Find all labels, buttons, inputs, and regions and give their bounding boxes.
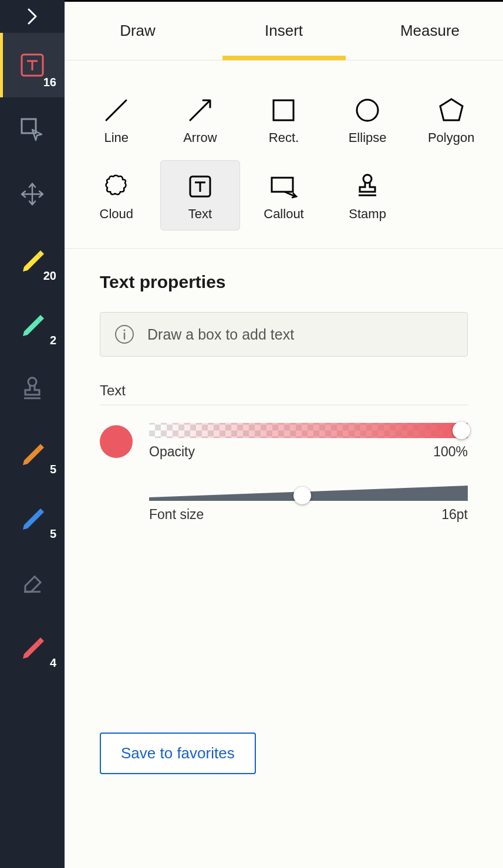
tab-label: Measure — [400, 22, 460, 40]
svg-point-8 — [357, 100, 378, 121]
tool-select[interactable] — [0, 97, 65, 162]
section-label: Text — [100, 382, 468, 405]
svg-point-15 — [123, 329, 125, 331]
opacity-slider[interactable] — [149, 423, 468, 438]
polygon-icon — [437, 96, 466, 125]
arrow-icon — [185, 96, 215, 125]
shape-label: Callout — [264, 206, 303, 222]
pen-icon — [19, 504, 45, 530]
tab-bar: Draw Insert Measure — [65, 2, 503, 60]
fontsize-slider[interactable] — [149, 483, 468, 501]
tool-text[interactable]: 16 — [0, 33, 65, 97]
stamp-icon — [19, 375, 45, 401]
select-icon — [19, 117, 45, 143]
pen-icon — [19, 439, 45, 465]
shape-label: Ellipse — [349, 130, 387, 145]
svg-point-2 — [28, 378, 36, 386]
fontsize-label: Font size — [149, 507, 204, 523]
badge: 16 — [43, 76, 56, 89]
main-panel: Draw Insert Measure Line Arrow Rect. Ell… — [65, 0, 503, 868]
shape-label: Polygon — [428, 130, 475, 145]
tool-pen-red[interactable]: 4 — [0, 613, 65, 678]
svg-line-6 — [190, 101, 209, 120]
eraser-icon — [19, 568, 45, 594]
shape-label: Text — [188, 206, 212, 222]
shape-arrow[interactable]: Arrow — [160, 84, 241, 154]
tab-measure[interactable]: Measure — [357, 2, 503, 60]
line-icon — [102, 96, 131, 125]
tool-move[interactable] — [0, 162, 65, 226]
color-swatch[interactable] — [100, 425, 133, 458]
rect-icon — [269, 96, 298, 125]
expand-toggle[interactable] — [0, 0, 65, 33]
shape-rect[interactable]: Rect. — [244, 84, 324, 154]
text-tool-icon — [20, 53, 45, 77]
shape-text[interactable]: Text — [160, 160, 241, 230]
shape-label: Stamp — [349, 206, 386, 222]
slider-thumb[interactable] — [453, 422, 470, 439]
slider-thumb[interactable] — [293, 487, 311, 504]
callout-icon — [267, 172, 300, 201]
pen-icon — [19, 246, 45, 272]
badge: 5 — [50, 527, 56, 541]
tool-stamp[interactable] — [0, 355, 65, 420]
tool-pen-blue[interactable]: 5 — [0, 484, 65, 549]
opacity-label: Opacity — [149, 444, 195, 460]
badge: 5 — [50, 463, 56, 476]
pen-icon — [19, 633, 45, 659]
hint-box: Draw a box to add text — [100, 312, 468, 357]
tool-pen-orange[interactable]: 5 — [0, 420, 65, 484]
text-icon — [185, 172, 215, 201]
shape-polygon[interactable]: Polygon — [411, 84, 491, 154]
svg-marker-9 — [440, 99, 463, 120]
svg-rect-11 — [272, 178, 293, 192]
stamp-icon — [353, 172, 382, 201]
badge: 2 — [50, 334, 56, 347]
svg-point-12 — [363, 175, 372, 183]
chevron-right-icon — [26, 8, 38, 25]
fontsize-value: 16pt — [441, 507, 468, 523]
badge: 4 — [50, 656, 56, 670]
fontsize-row: Font size 16pt — [149, 483, 468, 523]
move-icon — [19, 181, 45, 207]
info-icon — [114, 324, 134, 344]
shape-label: Arrow — [183, 130, 217, 145]
tool-pen-teal[interactable]: 2 — [0, 291, 65, 355]
shape-cloud[interactable]: Cloud — [76, 160, 157, 230]
shape-label: Cloud — [100, 206, 133, 222]
tab-insert[interactable]: Insert — [211, 2, 357, 60]
ellipse-icon — [353, 96, 382, 125]
pen-icon — [19, 310, 45, 336]
shape-label: Rect. — [269, 130, 299, 145]
shape-grid: Line Arrow Rect. Ellipse Polygon Cloud T… — [65, 60, 503, 248]
save-to-favorites-button[interactable]: Save to favorites — [100, 733, 256, 774]
opacity-row: Opacity 100% — [100, 423, 468, 460]
shape-callout[interactable]: Callout — [244, 160, 324, 230]
side-toolbar: 16 20 2 5 5 4 — [0, 0, 65, 868]
tool-pen-yellow[interactable]: 20 — [0, 226, 65, 291]
properties-panel: Text properties Draw a box to add text T… — [65, 249, 503, 546]
badge: 20 — [43, 269, 56, 283]
properties-title: Text properties — [100, 272, 468, 292]
shape-label: Line — [104, 130, 129, 145]
tab-draw[interactable]: Draw — [65, 2, 211, 60]
svg-line-5 — [106, 100, 126, 120]
tab-label: Insert — [265, 22, 303, 40]
tool-eraser[interactable] — [0, 549, 65, 613]
shape-ellipse[interactable]: Ellipse — [328, 84, 408, 154]
opacity-value: 100% — [433, 444, 468, 460]
shape-line[interactable]: Line — [76, 84, 157, 154]
svg-rect-7 — [274, 100, 293, 120]
shape-stamp[interactable]: Stamp — [328, 160, 408, 230]
cloud-icon — [102, 172, 131, 201]
hint-text: Draw a box to add text — [147, 326, 294, 343]
tab-label: Draw — [120, 22, 156, 40]
